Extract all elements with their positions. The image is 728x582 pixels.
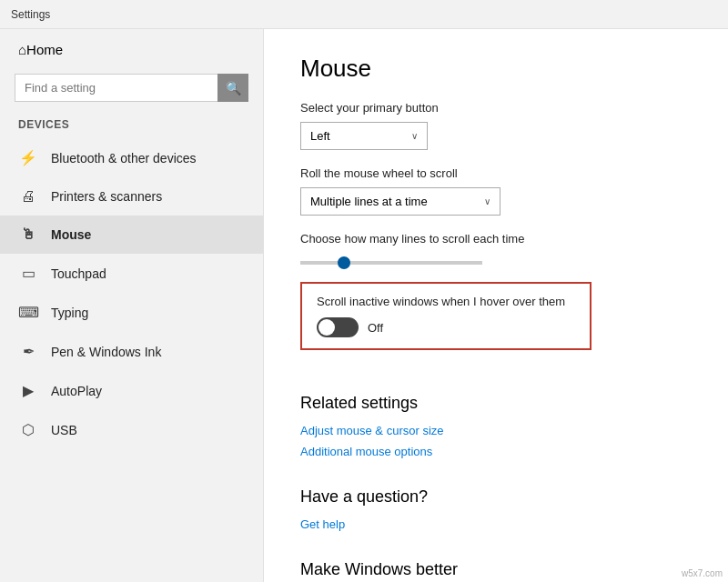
related-settings-title: Related settings xyxy=(300,394,692,413)
chevron-down-icon-2: ∨ xyxy=(484,196,490,206)
sidebar-item-label: USB xyxy=(51,423,77,437)
slider-container xyxy=(300,253,692,267)
sidebar-item-home[interactable]: Home xyxy=(0,29,263,70)
sidebar-item-touchpad[interactable]: ▭ Touchpad xyxy=(0,254,263,293)
roll-wheel-value: Multiple lines at a time xyxy=(310,195,428,208)
divider-1 xyxy=(300,372,692,390)
make-windows-better-title: Make Windows better xyxy=(300,560,692,579)
sidebar-item-usb[interactable]: ⬡ USB xyxy=(0,410,263,449)
page-title: Mouse xyxy=(300,55,692,83)
sidebar-item-mouse[interactable]: 🖱 Mouse xyxy=(0,216,263,254)
sidebar-section-label: Devices xyxy=(0,113,263,138)
sidebar-item-label: Typing xyxy=(51,306,88,320)
title-bar-label: Settings xyxy=(11,8,50,21)
scroll-inactive-toggle[interactable] xyxy=(317,317,359,337)
additional-mouse-link[interactable]: Additional mouse options xyxy=(300,445,692,458)
printer-icon: 🖨 xyxy=(18,188,38,205)
sidebar-item-typing[interactable]: ⌨ Typing xyxy=(0,293,263,332)
roll-wheel-dropdown[interactable]: Multiple lines at a time ∨ xyxy=(300,187,500,216)
touchpad-icon: ▭ xyxy=(18,265,38,282)
adjust-mouse-link[interactable]: Adjust mouse & cursor size xyxy=(300,424,692,437)
pen-icon: ✒ xyxy=(18,343,38,360)
content-area: Mouse Select your primary button Left ∨ … xyxy=(264,29,728,582)
sidebar-item-label: Pen & Windows Ink xyxy=(51,345,161,359)
sidebar-item-label: Mouse xyxy=(51,227,91,242)
roll-wheel-label: Roll the mouse wheel to scroll xyxy=(300,166,692,180)
sidebar-item-label: Printers & scanners xyxy=(51,189,162,204)
divider-3 xyxy=(300,538,692,557)
toggle-knob xyxy=(318,319,335,336)
sidebar-item-label: Bluetooth & other devices xyxy=(51,151,197,166)
sidebar-home-label: Home xyxy=(26,42,63,57)
mouse-icon: 🖱 xyxy=(18,226,38,243)
sidebar: Home 🔍 Devices ⚡ Bluetooth & other devic… xyxy=(0,29,264,582)
typing-icon: ⌨ xyxy=(18,304,38,321)
toggle-row: Off xyxy=(317,317,575,337)
autoplay-icon: ▶ xyxy=(18,382,38,399)
main-layout: Home 🔍 Devices ⚡ Bluetooth & other devic… xyxy=(0,29,728,582)
toggle-label: Off xyxy=(368,321,383,335)
sidebar-item-label: AutoPlay xyxy=(51,384,102,398)
primary-button-dropdown[interactable]: Left ∨ xyxy=(300,122,428,150)
divider-2 xyxy=(300,466,692,484)
search-button[interactable]: 🔍 xyxy=(217,74,248,102)
scroll-lines-slider[interactable] xyxy=(300,261,482,265)
scroll-inactive-box: Scroll inactive windows when I hover ove… xyxy=(300,282,592,350)
sidebar-item-autoplay[interactable]: ▶ AutoPlay xyxy=(0,371,263,410)
primary-button-value: Left xyxy=(310,129,330,143)
sidebar-item-label: Touchpad xyxy=(51,266,106,281)
home-icon xyxy=(18,42,26,57)
bluetooth-icon: ⚡ xyxy=(18,149,38,166)
sidebar-item-printers[interactable]: 🖨 Printers & scanners xyxy=(0,177,263,216)
scroll-lines-label: Choose how many lines to scroll each tim… xyxy=(300,232,692,246)
chevron-down-icon: ∨ xyxy=(411,131,418,141)
sidebar-search-container: 🔍 xyxy=(15,74,248,102)
scroll-inactive-label: Scroll inactive windows when I hover ove… xyxy=(317,295,575,308)
search-icon: 🔍 xyxy=(226,81,241,95)
primary-button-label: Select your primary button xyxy=(300,101,692,115)
sidebar-item-bluetooth[interactable]: ⚡ Bluetooth & other devices xyxy=(0,138,263,177)
usb-icon: ⬡ xyxy=(18,421,38,438)
get-help-link[interactable]: Get help xyxy=(300,517,692,531)
sidebar-item-pen[interactable]: ✒ Pen & Windows Ink xyxy=(0,332,263,371)
title-bar: Settings xyxy=(0,0,728,29)
have-question-title: Have a question? xyxy=(300,487,692,507)
search-input[interactable] xyxy=(15,74,248,102)
